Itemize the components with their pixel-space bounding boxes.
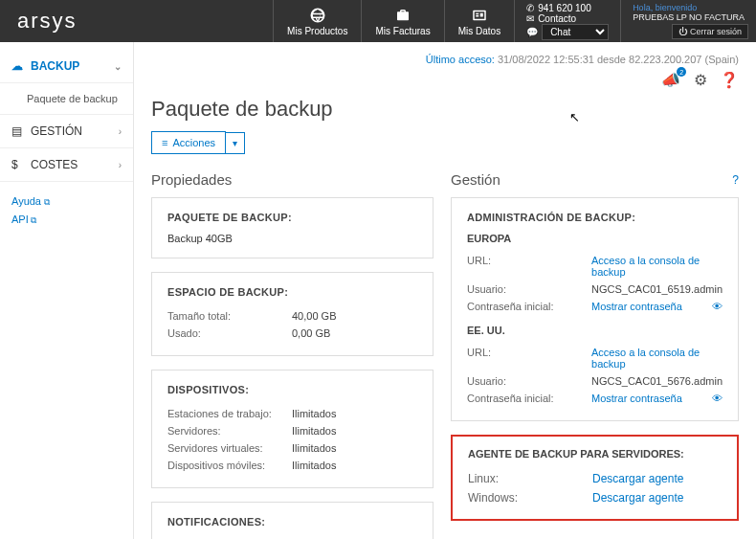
notif-badge: 2 <box>677 67 686 77</box>
logo: arsys <box>0 0 191 42</box>
help-circle-icon[interactable]: ? <box>732 173 739 187</box>
chevron-right-icon: › <box>119 160 122 170</box>
link-consola-us[interactable]: Acceso a la consola de backup <box>591 347 700 370</box>
actions-button[interactable]: ≡Acciones <box>151 131 226 154</box>
chevron-down-icon: ⌄ <box>114 61 122 72</box>
card-paquete: PAQUETE DE BACKUP: Backup 40GB <box>151 197 434 258</box>
link-consola-eu[interactable]: Acceso a la consola de backup <box>591 255 700 278</box>
username: PRUEBAS LP NO FACTURA <box>633 12 745 22</box>
nav-products[interactable]: Mis Productos <box>273 0 361 42</box>
globe-icon <box>309 7 326 24</box>
section-propiedades: Propiedades <box>151 171 434 188</box>
link-agente-linux[interactable]: Descargar agente <box>592 472 683 485</box>
logout-button[interactable]: ⏻Cerrar sesión <box>672 24 748 39</box>
pkg-value: Backup 40GB <box>167 233 417 244</box>
phone-icon: ✆ <box>526 3 534 13</box>
topbar-contact: ✆ 941 620 100 ✉ Contacto 💬 Chat <box>514 0 620 42</box>
topbar-user: Hola, bienvenido PRUEBAS LP NO FACTURA ⏻… <box>620 0 756 42</box>
card-agente-backup: AGENTE DE BACKUP PARA SERVIDORES: Linux:… <box>451 435 739 521</box>
briefcase-icon <box>394 7 411 24</box>
topbar: arsys Mis Productos Mis Facturas Mis Dat… <box>0 0 756 42</box>
card-admin-backup: ADMINISTRACIÓN DE BACKUP: EUROPA URL:Acc… <box>451 197 739 421</box>
megaphone-icon[interactable]: 📣2 <box>661 71 680 89</box>
eye-icon[interactable]: 👁 <box>712 393 723 404</box>
backup-icon: ☁ <box>11 59 25 73</box>
gestion-icon: ▤ <box>11 124 25 138</box>
chevron-right-icon: › <box>119 126 122 137</box>
sidebar: ☁ BACKUP ⌄ Paquete de backup ▤ GESTIÓN ›… <box>0 42 134 539</box>
eye-icon[interactable]: 👁 <box>712 301 723 312</box>
chat-select[interactable]: Chat <box>542 24 609 40</box>
card-notificaciones: NOTIFICACIONES: Configuración:Configurar… <box>151 502 434 539</box>
link-agente-windows[interactable]: Descargar agente <box>592 491 683 505</box>
nav-data[interactable]: Mis Datos <box>444 0 514 42</box>
gear-icon[interactable]: ⚙ <box>694 71 707 89</box>
nav-invoices[interactable]: Mis Facturas <box>361 0 443 42</box>
link-mostrar-pwd-us[interactable]: Mostrar contraseña <box>591 393 682 404</box>
chat-icon: 💬 <box>526 27 538 37</box>
last-access: Último acceso: 31/08/2022 12:55:31 desde… <box>151 54 739 65</box>
main: Último acceso: 31/08/2022 12:55:31 desde… <box>134 42 756 539</box>
mail-icon: ✉ <box>526 13 534 24</box>
id-card-icon <box>471 7 488 24</box>
link-mostrar-pwd-eu[interactable]: Mostrar contraseña <box>591 301 682 312</box>
card-espacio: ESPACIO DE BACKUP: Tamaño total:40,00 GB… <box>151 272 434 356</box>
power-icon: ⏻ <box>678 27 687 36</box>
section-gestion: Gestión? <box>451 171 739 188</box>
sidebar-item-backup[interactable]: ☁ BACKUP ⌄ <box>0 50 133 83</box>
sidebar-links: Ayuda API <box>0 182 133 245</box>
sidebar-item-costes[interactable]: $ COSTES › <box>0 148 133 182</box>
sidebar-item-gestion[interactable]: ▤ GESTIÓN › <box>0 115 133 148</box>
card-dispositivos: DISPOSITIVOS: Estaciones de trabajo:Ilim… <box>151 370 434 488</box>
greeting: Hola, bienvenido <box>633 3 745 12</box>
sidebar-link-api[interactable]: API <box>11 213 122 226</box>
actions-caret[interactable]: ▾ <box>226 132 245 154</box>
sidebar-sub-paquete[interactable]: Paquete de backup <box>0 83 133 115</box>
costes-icon: $ <box>11 158 25 171</box>
help-icon[interactable]: ❓ <box>720 71 739 89</box>
toolbar-icons: 📣2 ⚙ ❓ <box>151 71 739 89</box>
list-icon: ≡ <box>162 137 167 148</box>
sidebar-link-ayuda[interactable]: Ayuda <box>11 195 122 208</box>
page-title: Paquete de backup <box>151 97 739 122</box>
